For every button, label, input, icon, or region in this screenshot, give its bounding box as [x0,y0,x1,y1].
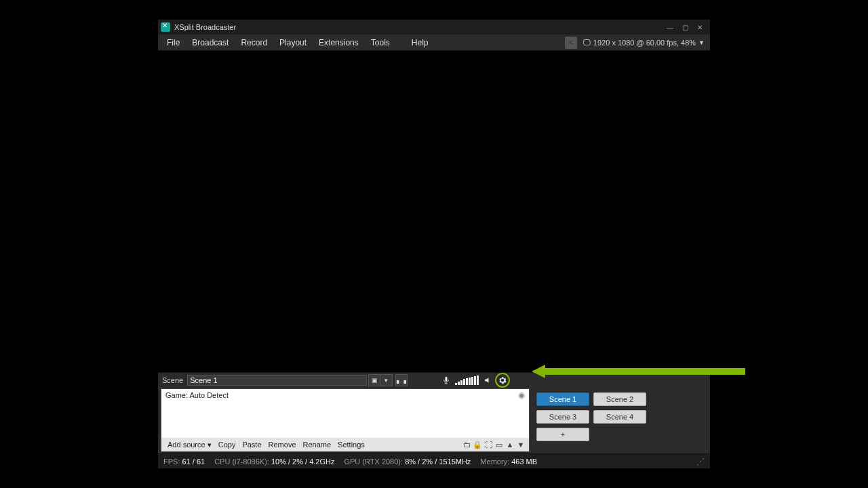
menu-file[interactable]: File [161,36,186,49]
scene-button-1[interactable]: Scene 1 [536,392,589,406]
menu-extensions[interactable]: Extensions [313,36,365,49]
source-item[interactable]: Game: Auto Detect ◉ [161,389,529,401]
cpu-value: 10% / 2% / 4.2GHz [271,458,335,466]
visibility-toggle-icon[interactable]: ◉ [518,390,525,400]
move-up-icon[interactable]: ▲ [505,439,515,450]
microphone-icon[interactable] [440,374,452,386]
chevron-down-icon: ▼ [698,39,705,46]
preview-area[interactable] [158,51,710,372]
rename-button[interactable]: Rename [300,440,335,449]
scene-preset-button[interactable]: ▣ [368,374,380,386]
lock-icon[interactable]: 🔒 [472,439,483,450]
titlebar: XSplit Broadcaster — ▢ ✕ [158,20,710,35]
add-scene-button[interactable]: + [536,428,589,441]
paste-button[interactable]: Paste [239,440,264,449]
mic-volume-bars[interactable] [455,375,479,385]
scene-button-4[interactable]: Scene 4 [593,410,646,424]
scene-toolbar: Scene ▣ ▾ ▖▗ [158,372,710,387]
menu-tools[interactable]: Tools [365,36,396,49]
audio-controls [440,373,510,388]
settings-button[interactable]: Settings [334,440,368,449]
scenes-grid: Scene 1 Scene 2 Scene 3 Scene 4 + [536,392,702,441]
resolution-text: 1920 x 1080 @ 60.00 fps, 48% [593,39,696,47]
app-window: XSplit Broadcaster — ▢ ✕ File Broadcast … [158,20,710,468]
menubar: File Broadcast Record Playout Extensions… [158,35,710,51]
memory-value: 463 MB [511,458,537,466]
expand-icon[interactable]: ⛶ [483,439,494,450]
add-source-button[interactable]: Add source ▾ [164,440,215,450]
app-icon [161,22,170,32]
audio-settings-button[interactable] [495,373,510,388]
scene-preset-dropdown[interactable]: ▾ [380,374,393,386]
maximize-button[interactable]: ▢ [677,21,692,33]
monitor-icon: 🖵 [583,38,591,47]
fps-value: 61 / 61 [182,458,205,466]
close-button[interactable]: ✕ [692,21,707,33]
menu-record[interactable]: Record [235,36,273,49]
minimize-button[interactable]: — [663,21,677,33]
menu-help[interactable]: Help [406,36,435,49]
remove-button[interactable]: Remove [265,440,300,449]
scene-name-input[interactable] [187,375,367,386]
move-down-icon[interactable]: ▼ [515,439,526,450]
scenes-pane: Scene 1 Scene 2 Scene 3 Scene 4 + [530,388,707,452]
menu-broadcast[interactable]: Broadcast [186,36,235,49]
resolution-dropdown[interactable]: 🖵 1920 x 1080 @ 60.00 fps, 48% ▼ [583,38,707,47]
statusbar: FPS: 61 / 61 CPU (i7-8086K): 10% / 2% / … [158,453,710,468]
gpu-label: GPU (RTX 2080): [344,458,403,466]
app-title: XSplit Broadcaster [174,23,236,31]
menu-playout[interactable]: Playout [273,36,313,49]
resize-grip-icon[interactable]: ⋰ [696,457,705,466]
fps-label: FPS: [163,458,180,466]
source-item-label: Game: Auto Detect [165,391,229,399]
frame-icon[interactable]: ▭ [494,439,505,450]
sources-toolbar: Add source ▾ Copy Paste Remove Rename Se… [161,438,529,451]
folder-icon[interactable]: 🗀 [461,439,472,450]
scene-label: Scene [161,376,187,384]
speaker-icon[interactable] [481,374,494,386]
copy-button[interactable]: Copy [215,440,239,449]
scene-levels-icon[interactable]: ▖▗ [395,374,408,386]
gear-icon [498,376,507,384]
share-icon[interactable]: < [565,37,577,49]
gpu-value: 8% / 2% / 1515MHz [405,458,471,466]
sources-list[interactable]: Game: Auto Detect ◉ [161,389,529,438]
cpu-label: CPU (i7-8086K): [214,458,269,466]
memory-label: Memory: [480,458,509,466]
bottom-panel: Game: Auto Detect ◉ Add source ▾ Copy Pa… [158,387,710,453]
scene-button-2[interactable]: Scene 2 [593,392,646,406]
sources-pane: Game: Auto Detect ◉ Add source ▾ Copy Pa… [161,388,530,452]
scene-button-3[interactable]: Scene 3 [536,410,589,424]
